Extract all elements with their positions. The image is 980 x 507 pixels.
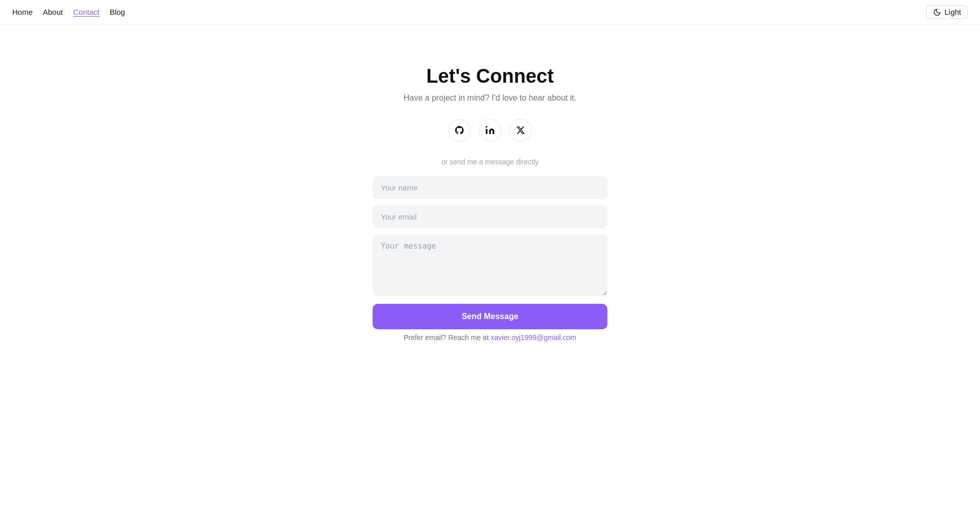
linkedin-icon [485, 125, 495, 135]
email-note-prefix: Prefer email? Reach me at [404, 333, 491, 342]
twitter-button[interactable] [509, 119, 532, 141]
nav-about[interactable]: About [43, 8, 63, 16]
theme-label: Light [944, 8, 961, 16]
or-divider-text: or send me a message directly [442, 158, 539, 166]
name-input[interactable] [373, 176, 607, 199]
email-link[interactable]: xavier.oyj1999@gmail.com [491, 333, 576, 342]
message-textarea[interactable] [373, 234, 607, 296]
nav-links: Home About Contact Blog [12, 8, 125, 16]
theme-toggle-button[interactable]: Light [926, 5, 968, 19]
moon-icon [933, 8, 941, 16]
contact-form: Send Message [373, 176, 607, 329]
send-message-button[interactable]: Send Message [373, 304, 607, 329]
github-icon [454, 125, 464, 135]
social-icons-group [448, 119, 532, 141]
main-content: Let's Connect Have a project in mind? I'… [0, 25, 980, 342]
navbar: Home About Contact Blog Light [0, 0, 980, 25]
svg-point-0 [486, 126, 487, 128]
nav-home[interactable]: Home [12, 8, 33, 16]
twitter-x-icon [516, 126, 525, 135]
email-input[interactable] [373, 205, 607, 228]
page-subtitle: Have a project in mind? I'd love to hear… [404, 93, 576, 103]
nav-blog[interactable]: Blog [110, 8, 125, 16]
email-note: Prefer email? Reach me at xavier.oyj1999… [404, 333, 576, 342]
github-button[interactable] [448, 119, 471, 141]
page-title: Let's Connect [426, 65, 554, 87]
nav-contact[interactable]: Contact [73, 8, 100, 16]
linkedin-button[interactable] [479, 119, 501, 141]
